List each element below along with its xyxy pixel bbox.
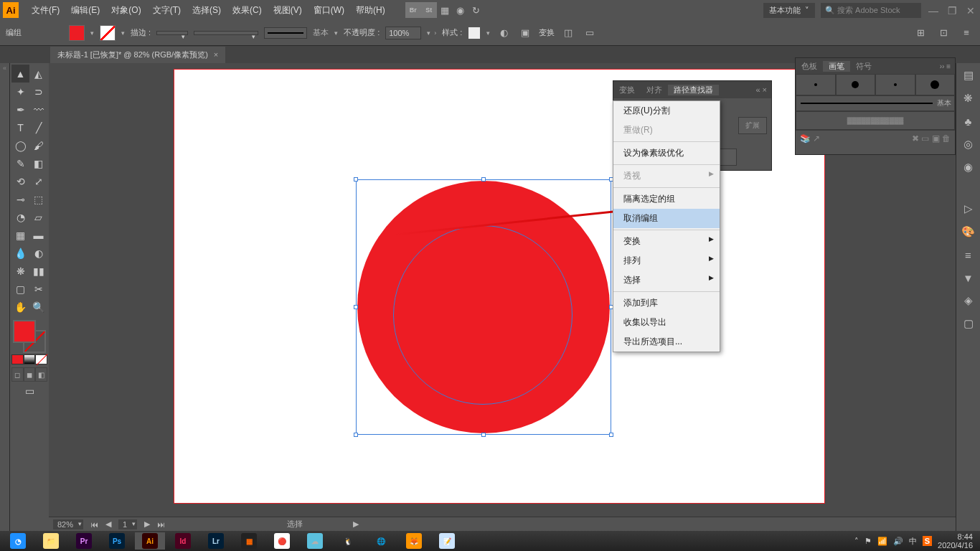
brush-swatch-1[interactable] bbox=[796, 74, 836, 95]
type-tool[interactable]: T bbox=[11, 118, 29, 136]
basic-brush-row[interactable]: 基本 bbox=[796, 95, 955, 111]
ctx-undo[interactable]: 还原(U)分割 bbox=[613, 101, 720, 121]
brush-new-icon[interactable]: ▣ bbox=[932, 133, 940, 143]
taskbar-illustrator[interactable]: Ai bbox=[135, 532, 165, 550]
taskbar-qq[interactable]: 🐧 bbox=[333, 532, 363, 550]
brush-options-icon[interactable]: ▭ bbox=[921, 133, 929, 143]
selection-bounding-box[interactable] bbox=[356, 179, 611, 435]
document-tab[interactable]: 未标题-1 [已恢复]* @ 82% (RGB/像素预览) × bbox=[50, 47, 225, 63]
taskbar-lightroom[interactable]: Lr bbox=[201, 532, 231, 550]
ctx-pixel-optimize[interactable]: 设为像素级优化 bbox=[613, 143, 720, 163]
prefs-icon[interactable]: ≡ bbox=[958, 25, 974, 41]
expand-button[interactable]: 扩展 bbox=[738, 117, 767, 134]
artboard-tool[interactable]: ▢ bbox=[11, 280, 29, 298]
ctx-collect-export[interactable]: 收集以导出 bbox=[613, 313, 720, 332]
tray-volume-icon[interactable]: 🔊 bbox=[893, 537, 903, 546]
menu-file[interactable]: 文件(F) bbox=[26, 4, 65, 17]
properties-panel-icon[interactable]: ▤ bbox=[959, 66, 978, 85]
brush-swatch-3[interactable] bbox=[875, 74, 915, 95]
tray-sogou-icon[interactable]: S bbox=[923, 536, 932, 546]
snap-icon[interactable]: ⊡ bbox=[936, 25, 951, 41]
minus-back-button[interactable] bbox=[718, 149, 737, 166]
transform-link[interactable]: 变换 bbox=[539, 27, 555, 38]
gradient-panel-icon[interactable]: ▼ bbox=[959, 268, 978, 287]
taskbar-app1[interactable]: ▦ bbox=[234, 532, 264, 550]
panel-expand-icon[interactable]: ›› ≡ bbox=[936, 62, 955, 70]
cc-panel-icon[interactable]: ◎ bbox=[959, 135, 978, 154]
stroke-weight-dropdown[interactable] bbox=[156, 31, 188, 35]
eraser-tool[interactable]: ◧ bbox=[29, 154, 47, 172]
rotate-tool[interactable]: ⟲ bbox=[11, 172, 29, 190]
screen-mode-tool[interactable]: ▭ bbox=[11, 382, 47, 400]
taskbar-browser[interactable]: ◔ bbox=[3, 532, 33, 550]
bridge-icon[interactable]: Br bbox=[405, 2, 421, 18]
transform-tab[interactable]: 变换 bbox=[613, 85, 641, 95]
pattern-brush-row[interactable]: ▓▓▓▓▓▓▓▓▓▓▓▓ bbox=[796, 111, 955, 130]
blend-tool[interactable]: ◐ bbox=[29, 244, 47, 262]
menu-view[interactable]: 视图(V) bbox=[268, 4, 308, 17]
symbols-tab[interactable]: 符号 bbox=[850, 61, 877, 72]
fill-color-swatch[interactable] bbox=[69, 25, 85, 41]
stock-icon[interactable]: St bbox=[421, 2, 437, 18]
nav-last-icon[interactable]: ⏭ bbox=[157, 520, 165, 529]
pen-tool[interactable]: ✒ bbox=[11, 100, 29, 118]
magic-wand-tool[interactable]: ✦ bbox=[11, 83, 29, 100]
hand-tool[interactable]: ✋ bbox=[11, 298, 29, 316]
gpu-icon[interactable]: ◉ bbox=[453, 2, 468, 18]
menu-object[interactable]: 对象(O) bbox=[105, 4, 146, 17]
taskbar-explorer[interactable]: 📁 bbox=[36, 532, 66, 550]
align-pixel-icon[interactable]: ⊞ bbox=[913, 25, 928, 41]
ctx-arrange[interactable]: 排列▶ bbox=[613, 251, 720, 270]
selection-tool[interactable]: ▲ bbox=[11, 65, 29, 83]
taskbar-photoshop[interactable]: Ps bbox=[102, 532, 132, 550]
paintbrush-tool[interactable]: 🖌 bbox=[29, 136, 47, 154]
column-graph-tool[interactable]: ▮▮ bbox=[29, 262, 47, 280]
taskbar-app3[interactable]: ☁ bbox=[300, 532, 330, 550]
swatches-panel-icon[interactable]: 🎨 bbox=[959, 222, 978, 241]
workspace-dropdown[interactable]: 基本功能 ˅ bbox=[763, 3, 815, 18]
stroke-color-swatch[interactable] bbox=[100, 25, 116, 41]
menu-help[interactable]: 帮助(H) bbox=[350, 4, 391, 17]
free-transform-tool[interactable]: ⬚ bbox=[29, 190, 47, 208]
eyedropper-tool[interactable]: 💧 bbox=[11, 244, 29, 262]
pathfinder-tab[interactable]: 路径查找器 bbox=[668, 85, 719, 95]
appearance-panel-icon[interactable]: ◉ bbox=[959, 158, 978, 176]
draw-mode-toggle[interactable]: ◻◼◧ bbox=[11, 367, 47, 382]
graphic-style-swatch[interactable] bbox=[468, 27, 481, 39]
color-panel-icon[interactable]: ♣ bbox=[959, 112, 978, 131]
ctx-add-to-library[interactable]: 添加到库 bbox=[613, 293, 720, 313]
vwidth-dropdown[interactable] bbox=[194, 31, 258, 35]
opacity-input[interactable] bbox=[385, 27, 421, 39]
line-tool[interactable]: ╱ bbox=[29, 118, 47, 136]
symbol-sprayer-tool[interactable]: ❋ bbox=[11, 262, 29, 280]
isolate-icon[interactable]: ◫ bbox=[560, 25, 576, 41]
brush-swatch-4[interactable] bbox=[915, 74, 956, 95]
mask-icon[interactable]: ▭ bbox=[582, 25, 598, 41]
scale-tool[interactable]: ⤢ bbox=[29, 172, 47, 190]
zoom-level-dropdown[interactable]: 82% bbox=[53, 519, 83, 529]
brush-delete-icon[interactable]: 🗑 bbox=[942, 133, 951, 143]
ctx-export-selection[interactable]: 导出所选项目... bbox=[613, 332, 720, 352]
swatches-tab[interactable]: 色板 bbox=[796, 61, 823, 72]
window-restore[interactable]: ❐ bbox=[946, 5, 958, 15]
window-close[interactable]: ✕ bbox=[964, 5, 977, 15]
fill-stroke-picker[interactable] bbox=[11, 319, 47, 354]
nav-first-icon[interactable]: ⏮ bbox=[90, 520, 98, 529]
artboard-nav-dropdown[interactable]: 1 bbox=[118, 519, 137, 529]
lasso-tool[interactable]: ⊃ bbox=[29, 83, 47, 100]
menu-effect[interactable]: 效果(C) bbox=[227, 4, 268, 17]
direct-selection-tool[interactable]: ◭ bbox=[29, 65, 47, 83]
layers-panel-icon[interactable]: ▷ bbox=[959, 199, 978, 218]
close-tab-icon[interactable]: × bbox=[214, 50, 218, 59]
width-tool[interactable]: ⊸ bbox=[11, 190, 29, 208]
ctx-isolate-group[interactable]: 隔离选定的组 bbox=[613, 189, 720, 209]
shape-builder-tool[interactable]: ◔ bbox=[11, 208, 29, 226]
nav-prev-icon[interactable]: ◀ bbox=[105, 519, 111, 529]
stroke-panel-icon[interactable]: ≡ bbox=[959, 245, 978, 264]
taskbar-premiere[interactable]: Pr bbox=[69, 532, 99, 550]
menu-edit[interactable]: 编辑(E) bbox=[65, 4, 105, 17]
tray-up-icon[interactable]: ˄ bbox=[854, 537, 859, 546]
nav-next-icon[interactable]: ▶ bbox=[144, 519, 150, 529]
curvature-tool[interactable]: 〰 bbox=[29, 100, 47, 118]
shaper-tool[interactable]: ✎ bbox=[11, 154, 29, 172]
